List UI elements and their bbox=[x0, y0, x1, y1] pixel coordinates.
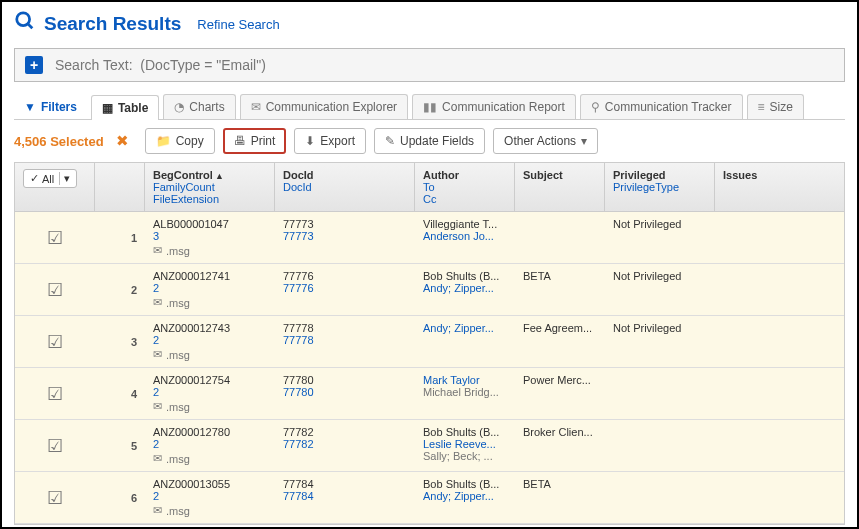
update-fields-button[interactable]: ✎ Update Fields bbox=[374, 128, 485, 154]
print-button[interactable]: 🖶 Print bbox=[223, 128, 287, 154]
check-icon: ✓ bbox=[30, 172, 39, 185]
row-number: 1 bbox=[95, 212, 145, 263]
tab-comm-report[interactable]: ▮▮ Communication Report bbox=[412, 94, 576, 119]
col-author[interactable]: Author To Cc bbox=[415, 163, 515, 211]
copy-button[interactable]: 📁 Copy bbox=[145, 128, 215, 154]
cell-docid: 7778477784 bbox=[275, 472, 415, 523]
cell-subject: Fee Agreem... bbox=[515, 316, 605, 367]
cell-issues bbox=[715, 264, 844, 315]
table-header: ✓ All ▾ BegControl▲ FamilyCount FileExte… bbox=[15, 163, 844, 212]
clear-selection-button[interactable]: ✖ bbox=[116, 132, 129, 150]
cell-author: Andy; Zipper... bbox=[415, 316, 515, 367]
row-number: 6 bbox=[95, 472, 145, 523]
col-subject[interactable]: Subject bbox=[515, 163, 605, 211]
cell-docid: 7778077780 bbox=[275, 368, 415, 419]
row-checkbox[interactable]: ☑ bbox=[47, 279, 63, 301]
pencil-icon: ✎ bbox=[385, 134, 395, 148]
tab-size-label: Size bbox=[770, 100, 793, 114]
page-title: Search Results bbox=[44, 13, 181, 35]
tab-comm-explorer[interactable]: ✉ Communication Explorer bbox=[240, 94, 408, 119]
cell-subject: BETA bbox=[515, 472, 605, 523]
cell-author: Bob Shults (B...Andy; Zipper... bbox=[415, 472, 515, 523]
folder-icon: 📁 bbox=[156, 134, 171, 148]
filter-icon: ▼ bbox=[24, 100, 36, 114]
chart-icon: ◔ bbox=[174, 100, 184, 114]
toolbar: 4,506 Selected ✖ 📁 Copy 🖶 Print ⬇ Export… bbox=[2, 120, 857, 162]
tab-size[interactable]: ≡ Size bbox=[747, 94, 804, 119]
tab-comm-tracker[interactable]: ⚲ Communication Tracker bbox=[580, 94, 743, 119]
table-row[interactable]: ☑2ANZ0000127412✉.msg7777677776Bob Shults… bbox=[15, 264, 844, 316]
caret-down-icon: ▾ bbox=[59, 172, 70, 185]
search-text-bar[interactable]: + Search Text: (DocType = "Email") bbox=[14, 48, 845, 82]
other-label: Other Actions bbox=[504, 134, 576, 148]
refine-search-link[interactable]: Refine Search bbox=[197, 17, 279, 32]
row-number: 5 bbox=[95, 420, 145, 471]
mail-icon: ✉ bbox=[251, 100, 261, 114]
cell-privileged: Not Privileged bbox=[605, 212, 715, 263]
cell-author: Villeggiante T...Anderson Jo... bbox=[415, 212, 515, 263]
svg-point-0 bbox=[17, 13, 30, 26]
tab-table[interactable]: ▦ Table bbox=[91, 95, 159, 120]
search-icon bbox=[14, 10, 36, 38]
table-row[interactable]: ☑4ANZ0000127542✉.msg7778077780Mark Taylo… bbox=[15, 368, 844, 420]
cell-subject bbox=[515, 212, 605, 263]
envelope-icon: ✉ bbox=[153, 452, 162, 465]
tab-charts-label: Charts bbox=[189, 100, 224, 114]
cell-author: Bob Shults (B...Andy; Zipper... bbox=[415, 264, 515, 315]
cell-docid: 7777677776 bbox=[275, 264, 415, 315]
col-privileged[interactable]: Privileged PrivilegeType bbox=[605, 163, 715, 211]
row-checkbox[interactable]: ☑ bbox=[47, 331, 63, 353]
row-checkbox[interactable]: ☑ bbox=[47, 487, 63, 509]
cell-issues bbox=[715, 316, 844, 367]
cell-begcontrol: ANZ0000130552✉.msg bbox=[145, 472, 275, 523]
col-docid[interactable]: DocId DocId bbox=[275, 163, 415, 211]
row-number: 2 bbox=[95, 264, 145, 315]
tab-comm-tracker-label: Communication Tracker bbox=[605, 100, 732, 114]
view-tabs: ▼ Filters ▦ Table ◔ Charts ✉ Communicati… bbox=[14, 94, 845, 120]
col-issues[interactable]: Issues bbox=[715, 163, 844, 211]
cell-subject: BETA bbox=[515, 264, 605, 315]
tab-comm-explorer-label: Communication Explorer bbox=[266, 100, 397, 114]
sort-asc-icon: ▲ bbox=[215, 171, 224, 181]
download-icon: ⬇ bbox=[305, 134, 315, 148]
database-icon: ≡ bbox=[758, 100, 765, 114]
cell-subject: Power Merc... bbox=[515, 368, 605, 419]
row-checkbox[interactable]: ☑ bbox=[47, 227, 63, 249]
select-all-button[interactable]: ✓ All ▾ bbox=[23, 169, 77, 188]
cell-author: Bob Shults (B...Leslie Reeve...Sally; Be… bbox=[415, 420, 515, 471]
search-query-text: Search Text: (DocType = "Email") bbox=[55, 57, 266, 73]
share-icon: ⚲ bbox=[591, 100, 600, 114]
cell-privileged bbox=[605, 472, 715, 523]
cell-issues bbox=[715, 212, 844, 263]
tab-charts[interactable]: ◔ Charts bbox=[163, 94, 235, 119]
cell-docid: 7777877778 bbox=[275, 316, 415, 367]
export-button[interactable]: ⬇ Export bbox=[294, 128, 366, 154]
tab-filters[interactable]: ▼ Filters bbox=[14, 94, 87, 119]
copy-label: Copy bbox=[176, 134, 204, 148]
add-criteria-button[interactable]: + bbox=[25, 56, 43, 74]
table-icon: ▦ bbox=[102, 101, 113, 115]
envelope-icon: ✉ bbox=[153, 244, 162, 257]
cell-docid: 7777377773 bbox=[275, 212, 415, 263]
table-row[interactable]: ☑5ANZ0000127802✉.msg7778277782Bob Shults… bbox=[15, 420, 844, 472]
cell-begcontrol: ANZ0000127542✉.msg bbox=[145, 368, 275, 419]
cell-begcontrol: ANZ0000127432✉.msg bbox=[145, 316, 275, 367]
row-checkbox[interactable]: ☑ bbox=[47, 435, 63, 457]
cell-privileged: Not Privileged bbox=[605, 264, 715, 315]
cell-docid: 7778277782 bbox=[275, 420, 415, 471]
results-table: ✓ All ▾ BegControl▲ FamilyCount FileExte… bbox=[14, 162, 845, 525]
col-begcontrol[interactable]: BegControl▲ FamilyCount FileExtension bbox=[145, 163, 275, 211]
other-actions-button[interactable]: Other Actions ▾ bbox=[493, 128, 598, 154]
cell-begcontrol: ANZ0000127412✉.msg bbox=[145, 264, 275, 315]
table-row[interactable]: ☑3ANZ0000127432✉.msg7777877778Andy; Zipp… bbox=[15, 316, 844, 368]
table-row[interactable]: ☑1ALB0000010473✉.msg7777377773Villeggian… bbox=[15, 212, 844, 264]
envelope-icon: ✉ bbox=[153, 348, 162, 361]
cell-issues bbox=[715, 420, 844, 471]
bar-chart-icon: ▮▮ bbox=[423, 100, 437, 114]
tab-table-label: Table bbox=[118, 101, 148, 115]
table-row[interactable]: ☑6ANZ0000130552✉.msg7778477784Bob Shults… bbox=[15, 472, 844, 524]
export-label: Export bbox=[320, 134, 355, 148]
row-checkbox[interactable]: ☑ bbox=[47, 383, 63, 405]
print-label: Print bbox=[251, 134, 276, 148]
cell-privileged: Not Privileged bbox=[605, 316, 715, 367]
